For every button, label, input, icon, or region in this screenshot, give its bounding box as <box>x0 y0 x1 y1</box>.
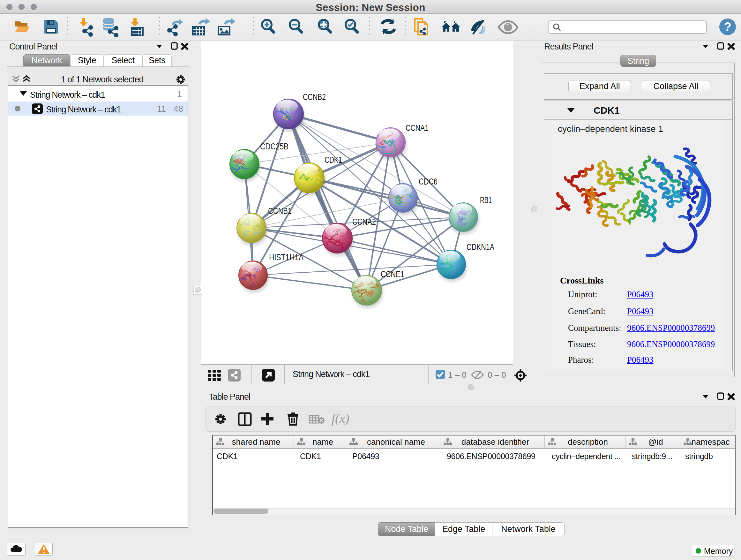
svg-text:RB1: RB1 <box>480 195 492 205</box>
svg-text:CDC25B: CDC25B <box>260 142 288 151</box>
svg-text:CDC6: CDC6 <box>419 177 437 186</box>
svg-text:CCNE1: CCNE1 <box>381 269 404 279</box>
svg-text:CCNA2: CCNA2 <box>352 217 376 227</box>
svg-text:CCNA1: CCNA1 <box>406 123 428 133</box>
svg-text:CDKN1A: CDKN1A <box>467 242 494 252</box>
svg-text:HIST1H1A: HIST1H1A <box>269 253 304 262</box>
svg-text:CDK1: CDK1 <box>325 155 342 165</box>
svg-text:CCNB1: CCNB1 <box>268 206 292 216</box>
svg-text:CCNB2: CCNB2 <box>303 92 326 102</box>
